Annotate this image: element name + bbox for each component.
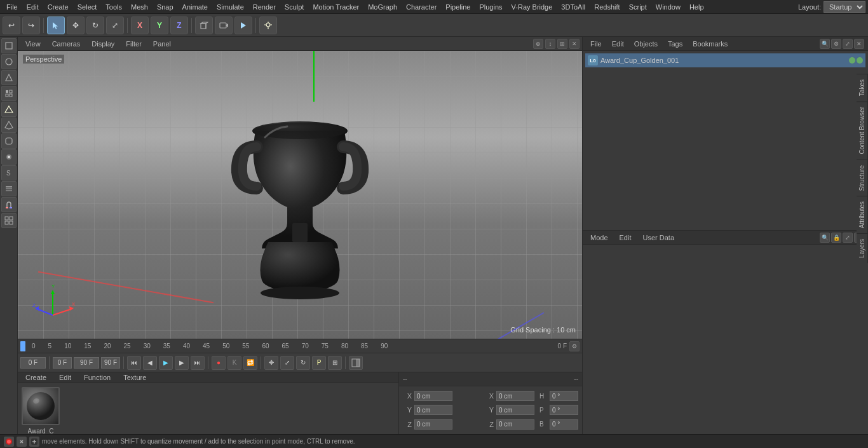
attr-tab-userdata[interactable]: User Data	[639, 233, 679, 243]
next-frame-button[interactable]: ▶	[175, 356, 189, 370]
go-start-button[interactable]: ⏮	[127, 356, 141, 370]
attr-tab-edit[interactable]: Edit	[616, 233, 635, 243]
menu-edit[interactable]: Edit	[23, 2, 43, 12]
vtab-takes[interactable]: Takes	[857, 74, 868, 101]
layout-select[interactable]: Startup	[824, 1, 865, 13]
vtab-structure[interactable]: Structure	[857, 160, 868, 196]
frame-end-input[interactable]	[74, 357, 99, 369]
menu-character[interactable]: Character	[402, 2, 440, 12]
status-icon-2[interactable]	[17, 437, 27, 447]
mode-7[interactable]	[1, 133, 17, 149]
menu-render[interactable]: Render	[249, 2, 280, 12]
mode-magnet[interactable]	[1, 197, 17, 212]
attr-lock-btn[interactable]: 🔒	[831, 233, 841, 243]
status-icon-1[interactable]	[4, 437, 14, 447]
move-tool-2[interactable]: ✥	[264, 356, 278, 370]
coord-size-x-input[interactable]	[496, 391, 534, 401]
timeline-settings[interactable]: ⚙	[569, 341, 580, 351]
object-row-award[interactable]: L0 Award_Cup_Golden_001	[585, 53, 865, 67]
menu-plugins[interactable]: Plugins	[475, 2, 506, 12]
coord-size-z-input[interactable]	[496, 419, 534, 430]
mode-grid[interactable]	[1, 213, 17, 228]
coord-b-input[interactable]	[550, 419, 578, 430]
mode-sculpt[interactable]	[1, 70, 17, 85]
mode-8[interactable]	[1, 149, 17, 165]
vp-ctrl-close[interactable]: ✕	[569, 39, 580, 49]
scale-tool-2[interactable]: ⤢	[280, 356, 294, 370]
cube-button[interactable]	[195, 17, 213, 34]
mode-9[interactable]: S	[1, 165, 17, 180]
vp-tab-cameras[interactable]: Cameras	[47, 39, 86, 49]
pose-tool[interactable]: P	[312, 356, 326, 370]
vp-tab-panel[interactable]: Panel	[148, 39, 176, 49]
menu-animate[interactable]: Animate	[179, 2, 212, 12]
vp-ctrl-3[interactable]: ⊞	[557, 39, 567, 49]
mode-5[interactable]	[1, 102, 17, 117]
frame-current-left[interactable]	[53, 357, 72, 369]
obj-tab-edit[interactable]: Edit	[608, 39, 628, 49]
frame-end-right[interactable]	[101, 357, 120, 369]
attr-expand-btn[interactable]: ⤢	[843, 233, 853, 243]
y-axis-button[interactable]: Y	[151, 17, 168, 34]
select-mode-button[interactable]	[47, 17, 65, 34]
menu-select[interactable]: Select	[74, 2, 101, 12]
play-button[interactable]: ▶	[159, 356, 173, 370]
menu-create[interactable]: Create	[44, 2, 72, 12]
obj-tab-objects[interactable]: Objects	[630, 39, 661, 49]
mode-10[interactable]	[1, 181, 17, 196]
menu-3dtoall[interactable]: 3DToAll	[557, 2, 589, 12]
menu-sculpt[interactable]: Sculpt	[281, 2, 308, 12]
attr-search-btn[interactable]: 🔍	[820, 233, 830, 243]
coord-h-input[interactable]	[550, 391, 578, 401]
viewport-canvas[interactable]: Perspective	[18, 51, 582, 339]
undo-button[interactable]: ↩	[3, 17, 20, 34]
obj-tab-file[interactable]: File	[587, 39, 606, 49]
menu-help[interactable]: Help	[686, 2, 708, 12]
menu-mesh[interactable]: Mesh	[127, 2, 152, 12]
redo-button[interactable]: ↪	[22, 17, 40, 34]
mode-4[interactable]	[1, 86, 17, 101]
coord-size-y-input[interactable]	[496, 405, 534, 415]
render-button[interactable]	[234, 17, 252, 34]
obj-tab-tags[interactable]: Tags	[664, 39, 686, 49]
menu-mograph[interactable]: MoGraph	[364, 2, 401, 12]
attr-tab-mode[interactable]: Mode	[587, 233, 612, 243]
vtab-attributes[interactable]: Attributes	[857, 196, 868, 233]
grid-tool[interactable]: ⊞	[328, 356, 342, 370]
menu-script[interactable]: Script	[625, 2, 651, 12]
vp-ctrl-2[interactable]: ↕	[545, 39, 555, 49]
coord-p-input[interactable]	[550, 405, 578, 415]
prev-frame-button[interactable]: ◀	[143, 356, 157, 370]
menu-simulate[interactable]: Simulate	[213, 2, 248, 12]
vp-tab-view[interactable]: View	[20, 39, 46, 49]
auto-key-button[interactable]: K	[227, 356, 241, 370]
obj-search-btn[interactable]: 🔍	[820, 39, 830, 49]
mat-tab-edit[interactable]: Edit	[54, 372, 76, 383]
obj-settings-btn[interactable]: ⚙	[831, 39, 841, 49]
loop-button[interactable]: 🔁	[243, 356, 257, 370]
x-axis-button[interactable]: X	[131, 17, 149, 34]
dot-visible[interactable]	[849, 57, 855, 64]
vp-tab-filter[interactable]: Filter	[121, 39, 146, 49]
frame-start-input[interactable]	[20, 357, 46, 369]
status-icon-3[interactable]	[29, 437, 39, 447]
menu-tools[interactable]: Tools	[102, 2, 126, 12]
material-item[interactable]: Award_C	[22, 387, 60, 435]
rotate-tool-2[interactable]: ↻	[296, 356, 310, 370]
menu-redshift[interactable]: Redshift	[590, 2, 623, 12]
z-axis-button[interactable]: Z	[170, 17, 188, 34]
mat-tab-function[interactable]: Function	[79, 372, 116, 383]
obj-expand-btn[interactable]: ⤢	[843, 39, 853, 49]
menu-motiontracker[interactable]: Motion Tracker	[309, 2, 363, 12]
menu-file[interactable]: File	[3, 2, 22, 12]
vtab-content-browser[interactable]: Content Browser	[857, 101, 868, 159]
vp-tab-display[interactable]: Display	[86, 39, 119, 49]
vtab-layers[interactable]: Layers	[857, 233, 868, 263]
light-button[interactable]	[259, 17, 277, 34]
vp-ctrl-1[interactable]: ⊕	[533, 39, 543, 49]
menu-window[interactable]: Window	[652, 2, 684, 12]
viewport-shading[interactable]	[349, 356, 363, 370]
coord-y-input[interactable]	[414, 405, 452, 415]
move-button[interactable]: ✥	[67, 17, 85, 34]
go-end-button[interactable]: ⏭	[191, 356, 205, 370]
